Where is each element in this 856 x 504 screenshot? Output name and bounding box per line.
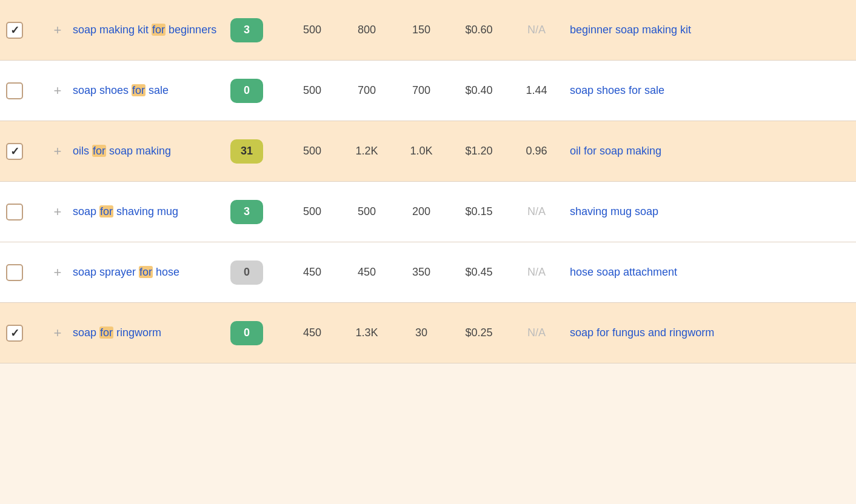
- badge: 3: [230, 200, 263, 224]
- table-row: +soap for shaving mug3500500200$0.15N/As…: [0, 182, 856, 242]
- table-row: +oils for soap making315001.2K1.0K$1.200…: [0, 121, 856, 182]
- vol2-cell: 1.3K: [339, 327, 394, 339]
- row-checkbox[interactable]: [6, 143, 23, 160]
- price-cell: $1.20: [449, 145, 509, 158]
- price-cell: $0.15: [449, 205, 509, 218]
- add-icon[interactable]: +: [42, 325, 73, 341]
- price-cell: $0.40: [449, 84, 509, 97]
- suggestion-cell: beginner soap making kit: [564, 22, 850, 38]
- price-cell: $0.60: [449, 24, 509, 36]
- ratio-cell: 0.96: [509, 145, 564, 158]
- keyword-table: +soap making kit for beginners3500800150…: [0, 0, 856, 363]
- keyword-highlight: for: [99, 205, 113, 217]
- badge: 0: [230, 79, 263, 103]
- row-checkbox[interactable]: [6, 82, 23, 99]
- badge: 3: [230, 18, 263, 42]
- add-icon[interactable]: +: [42, 144, 73, 159]
- row-checkbox[interactable]: [6, 264, 23, 281]
- ratio-cell: N/A: [509, 327, 564, 339]
- row-checkbox[interactable]: [6, 22, 23, 39]
- table-row: +soap shoes for sale0500700700$0.401.44s…: [0, 61, 856, 121]
- ratio-cell: N/A: [509, 24, 564, 36]
- keyword-cell: soap for ringworm: [73, 325, 230, 340]
- vol3-cell: 30: [394, 327, 449, 339]
- vol3-cell: 350: [394, 266, 449, 279]
- vol2-cell: 500: [339, 205, 394, 218]
- suggestion-cell: soap shoes for sale: [564, 83, 850, 98]
- vol2-cell: 700: [339, 84, 394, 97]
- price-cell: $0.25: [449, 327, 509, 339]
- keyword-cell: soap making kit for beginners: [73, 22, 230, 38]
- ratio-cell: N/A: [509, 205, 564, 218]
- add-icon[interactable]: +: [42, 22, 73, 38]
- vol1-cell: 500: [285, 145, 339, 158]
- add-icon[interactable]: +: [42, 265, 73, 280]
- vol3-cell: 150: [394, 24, 449, 36]
- vol1-cell: 500: [285, 84, 339, 97]
- table-row: +soap making kit for beginners3500800150…: [0, 0, 856, 61]
- suggestion-cell: shaving mug soap: [564, 204, 850, 219]
- ratio-cell: 1.44: [509, 84, 564, 97]
- keyword-cell: oils for soap making: [73, 144, 230, 159]
- badge: 0: [230, 321, 263, 345]
- keyword-highlight: for: [152, 24, 166, 36]
- vol1-cell: 450: [285, 327, 339, 339]
- badge: 0: [230, 260, 263, 285]
- vol2-cell: 800: [339, 24, 394, 36]
- vol1-cell: 500: [285, 24, 339, 36]
- keyword-highlight: for: [99, 327, 113, 339]
- price-cell: $0.45: [449, 266, 509, 279]
- table-row: +soap sprayer for hose0450450350$0.45N/A…: [0, 242, 856, 303]
- vol2-cell: 1.2K: [339, 145, 394, 158]
- row-checkbox[interactable]: [6, 325, 23, 342]
- vol1-cell: 500: [285, 205, 339, 218]
- vol1-cell: 450: [285, 266, 339, 279]
- suggestion-cell: oil for soap making: [564, 144, 850, 159]
- keyword-cell: soap for shaving mug: [73, 204, 230, 219]
- keyword-highlight: for: [132, 84, 145, 96]
- add-icon[interactable]: +: [42, 83, 73, 99]
- vol3-cell: 200: [394, 205, 449, 218]
- row-checkbox[interactable]: [6, 204, 23, 220]
- ratio-cell: N/A: [509, 266, 564, 279]
- badge: 31: [230, 139, 263, 164]
- suggestion-cell: hose soap attachment: [564, 265, 850, 280]
- keyword-cell: soap shoes for sale: [73, 83, 230, 98]
- table-row: +soap for ringworm04501.3K30$0.25N/Asoap…: [0, 303, 856, 363]
- keyword-highlight: for: [92, 145, 106, 157]
- vol2-cell: 450: [339, 266, 394, 279]
- vol3-cell: 1.0K: [394, 145, 449, 158]
- suggestion-cell: soap for fungus and ringworm: [564, 325, 850, 340]
- add-icon[interactable]: +: [42, 204, 73, 220]
- vol3-cell: 700: [394, 84, 449, 97]
- keyword-highlight: for: [139, 266, 153, 278]
- keyword-cell: soap sprayer for hose: [73, 265, 230, 280]
